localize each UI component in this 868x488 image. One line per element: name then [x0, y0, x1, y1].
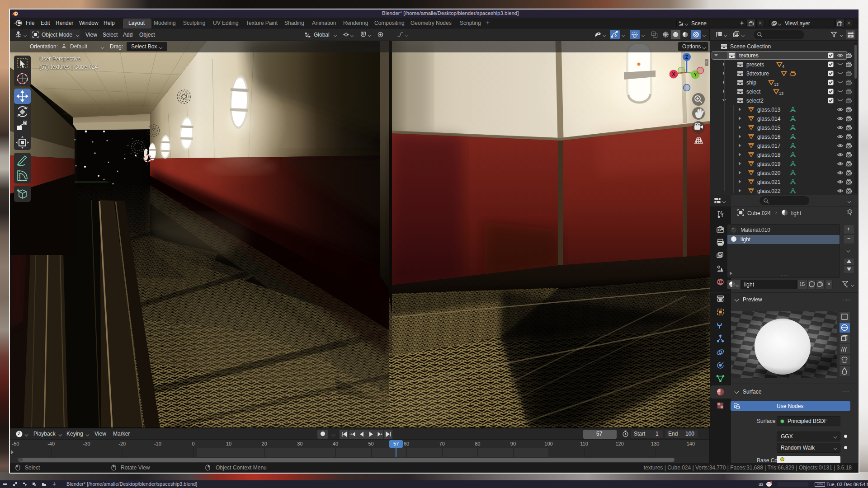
svg-text:X: X [672, 72, 675, 77]
svg-text:Y: Y [694, 72, 697, 77]
svg-text:Z: Z [685, 55, 688, 60]
